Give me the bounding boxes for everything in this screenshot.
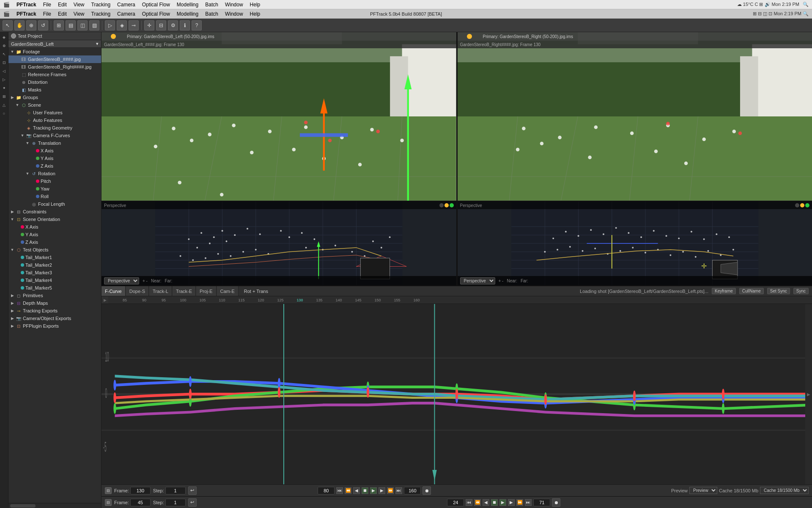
expand-footage[interactable]: ▼ — [10, 50, 14, 54]
tree-tailmarker4[interactable]: Tail_Marker4 — [8, 276, 101, 284]
toolbar-btn-export[interactable]: ⊸ — [129, 20, 139, 30]
step-back-btn-1[interactable]: ◀ — [353, 487, 360, 494]
toolbar-btn-layout2[interactable]: ▤ — [66, 20, 76, 30]
tree-yaxis[interactable]: Y Axis — [8, 155, 101, 162]
expand-rotation[interactable]: ▼ — [25, 171, 30, 176]
tree-depthmaps[interactable]: ▶ ⊟ Depth Maps — [8, 299, 101, 307]
tree-camfcurves[interactable]: ▼ 📷 Camera F-Curves — [8, 132, 101, 139]
expand-camfcurves[interactable]: ▼ — [20, 133, 25, 138]
tree-zaxis[interactable]: Z Axis — [8, 162, 101, 170]
menu-optical-flow[interactable]: Optical Flow — [142, 2, 170, 8]
tab-proje[interactable]: Proj-E — [196, 286, 217, 296]
expand-depthmaps[interactable]: ▶ — [10, 301, 14, 305]
go-end-btn-1[interactable]: ⏭ — [395, 487, 402, 494]
expand-pfpluginexports[interactable]: ▶ — [10, 324, 14, 328]
step-fwd-btn-2[interactable]: ▶ — [508, 499, 515, 506]
sidebar-icon-7[interactable]: ✦ — [1, 85, 8, 91]
menu2-file[interactable]: File — [43, 11, 51, 17]
tree-roll[interactable]: Roll — [8, 193, 101, 200]
expand-primitives[interactable]: ▶ — [10, 293, 14, 298]
tree-pitch[interactable]: Pitch — [8, 177, 101, 185]
camera-dropdown-icon[interactable]: ▾ — [96, 41, 99, 47]
persp-left-btn2[interactable] — [444, 203, 449, 207]
menu-help[interactable]: Help — [250, 2, 261, 8]
preview-select[interactable]: Preview — [689, 487, 717, 494]
tree-footage[interactable]: ▼ 📁 Footage — [8, 48, 101, 55]
menu2-modelling[interactable]: Modelling — [177, 11, 198, 17]
status-btn-cullname[interactable]: CullName — [739, 288, 764, 294]
search-icon[interactable]: 🔍 — [803, 2, 809, 7]
persp-right-btn1[interactable] — [795, 203, 799, 207]
transport-icon-1[interactable]: ⊟ — [105, 487, 112, 494]
menu2-help[interactable]: Help — [250, 11, 261, 17]
toolbar-btn-zoom[interactable]: ⊕ — [26, 20, 36, 30]
tree-pfpluginexports[interactable]: ▶ ⊡ PFPlugin Exports — [8, 322, 101, 330]
sidebar-icon-2[interactable]: ⊕ — [1, 42, 8, 49]
tree-primitives[interactable]: ▶ ◻ Primitives — [8, 292, 101, 299]
out-point-1[interactable]: 160 — [404, 487, 421, 494]
expand-constraints[interactable]: ▶ — [10, 210, 14, 214]
menu-tracking[interactable]: Tracking — [91, 2, 111, 8]
menu-camera[interactable]: Camera — [117, 2, 135, 8]
persp-left-btn3[interactable] — [450, 203, 454, 207]
tree-trackexports[interactable]: ▶ ⊸ Tracking Exports — [8, 307, 101, 315]
sidebar-icon-9[interactable]: △ — [1, 102, 8, 108]
tree-userfeatures[interactable]: ⊹ User Features — [8, 109, 101, 116]
toolbar-btn-layout3[interactable]: ◫ — [77, 20, 88, 30]
tree-tailmarker5[interactable]: Tail_Marker5 — [8, 284, 101, 292]
tree-autofeatures[interactable]: ⊹ Auto Features — [8, 116, 101, 124]
prev-frame-btn-2[interactable]: ⏪ — [474, 499, 481, 506]
sidebar-icon-8[interactable]: ⊞ — [1, 93, 8, 100]
timeline-scroll-right[interactable]: ▶ — [805, 304, 812, 484]
loop-btn-2[interactable]: ↩ — [188, 498, 197, 507]
toolbar-btn-add[interactable]: ✛ — [144, 20, 154, 30]
vp-max-left[interactable] — [118, 34, 123, 39]
prev-frame-btn-1[interactable]: ⏪ — [345, 487, 351, 494]
tree-testobjects[interactable]: ▼ ⬡ Test Objects — [8, 246, 101, 254]
persp-left-dropdown[interactable]: Perspective — [104, 277, 139, 284]
menu-window[interactable]: Window — [225, 2, 243, 8]
toolbar-btn-settings[interactable]: ⚙ — [168, 20, 178, 30]
menu2-optical[interactable]: Optical Flow — [142, 11, 170, 17]
play-btn-1[interactable]: ▶ — [370, 487, 377, 494]
menu2-edit[interactable]: Edit — [58, 11, 67, 17]
expand-trackexports[interactable]: ▶ — [10, 309, 14, 313]
menu-view[interactable]: View — [74, 2, 85, 8]
toolbar-btn-help[interactable]: ? — [192, 20, 202, 30]
tab-tracke[interactable]: Track-E — [173, 286, 196, 296]
expand-scene[interactable]: ▼ — [15, 103, 19, 107]
menu2-pftrack[interactable]: PFTrack — [16, 11, 36, 17]
scrollbar-thumb[interactable] — [10, 504, 36, 508]
sidebar-icon-1[interactable]: ◈ — [1, 34, 8, 41]
step-input-2[interactable] — [165, 499, 186, 506]
go-start-btn-1[interactable]: ⏮ — [336, 487, 343, 494]
in-point-1[interactable]: 80 — [318, 487, 335, 494]
toolbar-btn-info[interactable]: ℹ — [180, 20, 190, 30]
viewport-garden-right[interactable]: Primary: GardenStereoB_Right (50-200).jp… — [456, 32, 812, 201]
step-back-btn-2[interactable]: ◀ — [483, 499, 489, 506]
menu-edit[interactable]: Edit — [58, 2, 67, 8]
frame-input-2[interactable] — [130, 499, 151, 506]
sidebar-icon-5[interactable]: ◁ — [1, 68, 8, 75]
persp-right-btn2[interactable] — [800, 203, 804, 207]
status-btn-keyframe[interactable]: Keyframe — [712, 288, 736, 294]
menu-batch[interactable]: Batch — [205, 2, 218, 8]
step-input-1[interactable] — [165, 487, 186, 494]
tree-scrollbar[interactable] — [8, 503, 101, 508]
expand-cameraexports[interactable]: ▶ — [10, 316, 14, 320]
persp-right-dropdown[interactable]: Perspective — [460, 277, 495, 284]
menu2-view[interactable]: View — [74, 11, 85, 17]
tree-distortion[interactable]: ⊛ Distortion — [8, 78, 101, 86]
tree-focallength[interactable]: ◎ Focal Length — [8, 200, 101, 208]
cache-select[interactable]: Cache 18/1500 Mb — [760, 487, 809, 494]
vp-close-left[interactable] — [104, 34, 109, 39]
out-point-2[interactable]: 71 — [533, 499, 550, 506]
tree-cameraexports[interactable]: ▶ 📷 Camera/Object Exports — [8, 315, 101, 322]
next-frame-btn-1[interactable]: ⏩ — [387, 487, 394, 494]
menu2-window[interactable]: Window — [225, 11, 243, 17]
tab-trackl[interactable]: Track-L — [149, 286, 172, 296]
timeline-tracks[interactable]: 10 0 -5 — [102, 304, 812, 484]
sidebar-icon-6[interactable]: ▷ — [1, 76, 8, 83]
vp-max-right[interactable] — [474, 34, 479, 39]
go-end-btn-2[interactable]: ⏭ — [525, 499, 532, 506]
